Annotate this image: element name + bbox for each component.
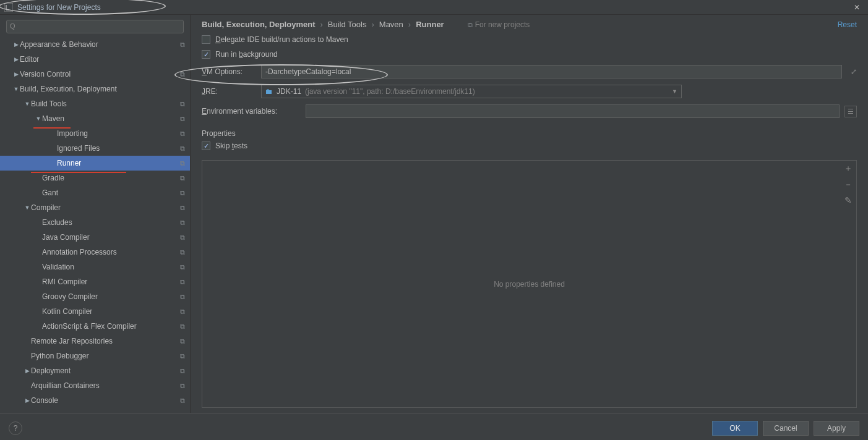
copy-icon: ⧉ bbox=[180, 41, 185, 49]
copy-icon: ⧉ bbox=[180, 397, 185, 405]
sidebar-item-label: Runner bbox=[57, 159, 178, 167]
remove-icon[interactable]: － bbox=[843, 179, 854, 190]
chevron-down-icon[interactable]: ▼ bbox=[35, 116, 42, 122]
sidebar-item-label: Ignored Files bbox=[57, 144, 178, 153]
chevron-down-icon[interactable]: ▼ bbox=[672, 88, 677, 95]
chevron-down-icon[interactable]: ▼ bbox=[24, 101, 31, 107]
copy-icon: ⧉ bbox=[180, 130, 185, 138]
sidebar-item[interactable]: Runner⧉ bbox=[0, 156, 190, 171]
chevron-right-icon[interactable]: ▶ bbox=[24, 397, 31, 404]
sidebar-item-label: Console bbox=[31, 396, 178, 405]
chevron-right-icon[interactable]: ▶ bbox=[12, 56, 20, 62]
sidebar-item-label: RMI Compiler bbox=[42, 277, 178, 286]
sidebar-item[interactable]: ▼Build Tools⧉ bbox=[0, 96, 190, 111]
sidebar-item[interactable]: Arquillian Containers⧉ bbox=[0, 378, 190, 393]
chevron-right-icon[interactable]: ▶ bbox=[12, 41, 20, 48]
vm-options-input[interactable] bbox=[261, 65, 842, 78]
copy-icon: ⧉ bbox=[180, 159, 185, 167]
add-icon[interactable]: ＋ bbox=[843, 163, 854, 174]
copy-icon: ⧉ bbox=[180, 263, 185, 271]
chevron-right-icon: › bbox=[320, 20, 322, 29]
chevron-right-icon[interactable]: ▶ bbox=[12, 71, 20, 77]
sidebar-item[interactable]: ▶Editor bbox=[0, 52, 190, 67]
svg-rect-0 bbox=[4, 3, 13, 12]
jre-label: JRE: bbox=[202, 87, 256, 96]
sidebar-item-label: ActionScript & Flex Compiler bbox=[42, 322, 178, 331]
chevron-down-icon[interactable]: ▼ bbox=[24, 205, 31, 211]
chevron-down-icon[interactable]: ▼ bbox=[12, 86, 20, 92]
delegate-label: Delegate IDE build/run actions to Maven bbox=[215, 35, 348, 44]
breadcrumb-part: Runner bbox=[416, 20, 444, 29]
delegate-checkbox[interactable] bbox=[202, 35, 210, 44]
copy-icon: ⧉ bbox=[180, 293, 185, 301]
apply-button[interactable]: Apply bbox=[814, 421, 859, 436]
sidebar-item[interactable]: Importing⧉ bbox=[0, 126, 190, 141]
sidebar-item-label: Kotlin Compiler bbox=[42, 307, 178, 316]
copy-icon: ⧉ bbox=[180, 278, 185, 286]
jre-select[interactable]: 🖿 JDK-11 (java version "11", path: D:/ba… bbox=[261, 85, 682, 98]
sidebar-item-label: Annotation Processors bbox=[42, 248, 178, 256]
sidebar-item[interactable]: Ignored Files⧉ bbox=[0, 141, 190, 156]
sidebar-item[interactable]: Annotation Processors⧉ bbox=[0, 245, 190, 260]
copy-icon: ⧉ bbox=[180, 234, 185, 242]
copy-icon: ⧉ bbox=[180, 115, 185, 123]
sidebar-item[interactable]: Excludes⧉ bbox=[0, 215, 190, 230]
copy-icon: ⧉ bbox=[180, 145, 185, 153]
sidebar-item-label: Gradle bbox=[42, 174, 178, 182]
run-background-checkbox[interactable] bbox=[202, 50, 210, 59]
no-properties-label: No properties defined bbox=[494, 280, 565, 289]
sidebar-item[interactable]: Gant⧉ bbox=[0, 185, 190, 200]
edit-icon[interactable]: ✎ bbox=[843, 195, 854, 206]
copy-icon: ⧉ bbox=[180, 70, 185, 78]
sidebar-item[interactable]: ▼Compiler⧉ bbox=[0, 200, 190, 215]
properties-section-label: Properties bbox=[202, 129, 857, 138]
sidebar-item[interactable]: ▼Maven⧉ bbox=[0, 111, 190, 126]
help-button[interactable]: ? bbox=[9, 421, 22, 435]
chevron-right-icon[interactable]: ▶ bbox=[24, 368, 31, 374]
sidebar-item[interactable]: Python Debugger⧉ bbox=[0, 349, 190, 363]
sidebar-item[interactable]: ▶Version Control⧉ bbox=[0, 67, 190, 82]
edit-env-icon[interactable]: ☰ bbox=[844, 106, 857, 117]
sidebar-item[interactable]: Java Compiler⧉ bbox=[0, 230, 190, 245]
breadcrumb-part: Build Tools bbox=[328, 20, 367, 29]
skip-tests-checkbox[interactable] bbox=[202, 142, 210, 150]
sidebar-item[interactable]: ▼Build, Execution, Deployment bbox=[0, 82, 190, 96]
reset-link[interactable]: Reset bbox=[838, 20, 857, 29]
sidebar-item[interactable]: Remote Jar Repositories⧉ bbox=[0, 334, 190, 349]
chevron-right-icon: › bbox=[408, 20, 411, 29]
titlebar: Settings for New Projects ✕ bbox=[0, 0, 868, 15]
vm-options-label: VM Options: bbox=[202, 67, 256, 76]
env-vars-input[interactable] bbox=[306, 104, 840, 118]
sidebar-item-label: Importing bbox=[57, 129, 178, 138]
cancel-button[interactable]: Cancel bbox=[763, 421, 809, 436]
copy-icon: ⧉ bbox=[180, 308, 185, 316]
breadcrumb: Build, Execution, Deployment › Build Too… bbox=[202, 20, 838, 29]
sidebar-item[interactable]: Kotlin Compiler⧉ bbox=[0, 304, 190, 319]
sidebar-item[interactable]: Groovy Compiler⧉ bbox=[0, 289, 190, 304]
sidebar-item-label: Java Compiler bbox=[42, 233, 178, 242]
copy-icon: ⧉ bbox=[180, 100, 185, 108]
sidebar-item[interactable]: Gradle⧉ bbox=[0, 171, 190, 185]
sidebar: Q ▶Appearance & Behavior⧉▶Editor▶Version… bbox=[0, 15, 191, 413]
sidebar-item[interactable]: ▶Appearance & Behavior⧉ bbox=[0, 37, 190, 52]
sidebar-item[interactable]: ActionScript & Flex Compiler⧉ bbox=[0, 319, 190, 334]
folder-icon: 🖿 bbox=[265, 87, 273, 96]
search-input[interactable] bbox=[6, 20, 184, 33]
sidebar-item[interactable]: RMI Compiler⧉ bbox=[0, 274, 190, 289]
breadcrumb-part: Build, Execution, Deployment bbox=[202, 20, 315, 29]
close-icon[interactable]: ✕ bbox=[849, 3, 864, 12]
sidebar-item-label: Compiler bbox=[31, 203, 178, 212]
content-panel: Build, Execution, Deployment › Build Too… bbox=[191, 15, 868, 413]
env-vars-label: Environment variables: bbox=[202, 107, 301, 116]
sidebar-item[interactable]: ▶Deployment⧉ bbox=[0, 363, 190, 378]
settings-tree[interactable]: ▶Appearance & Behavior⧉▶Editor▶Version C… bbox=[0, 37, 190, 413]
ok-button[interactable]: OK bbox=[712, 421, 758, 436]
chevron-right-icon: › bbox=[371, 20, 374, 29]
expand-icon[interactable]: ⤢ bbox=[851, 67, 857, 76]
copy-icon: ⧉ bbox=[180, 367, 185, 375]
skip-tests-label: Skip tests bbox=[215, 142, 247, 150]
copy-icon: ⧉ bbox=[180, 382, 185, 390]
sidebar-item[interactable]: ▶Console⧉ bbox=[0, 393, 190, 408]
sidebar-item[interactable]: Validation⧉ bbox=[0, 260, 190, 274]
sidebar-item-label: Build Tools bbox=[31, 99, 178, 108]
